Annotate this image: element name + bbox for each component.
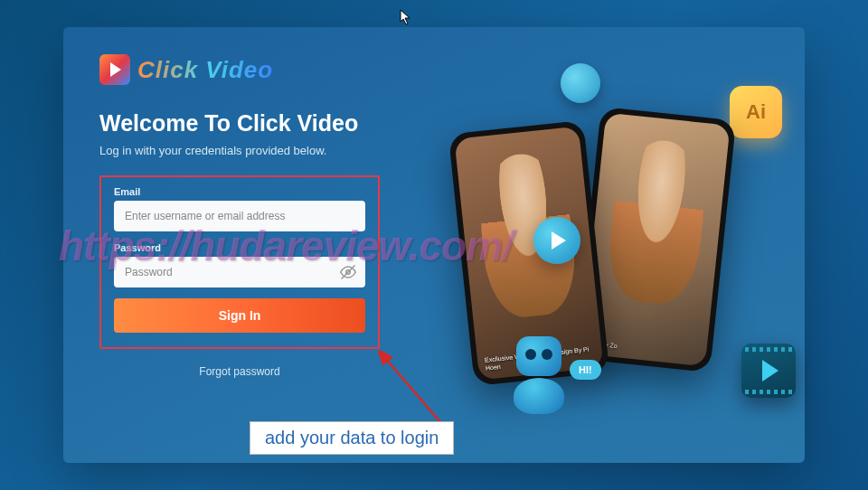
play-logo-icon <box>99 54 130 85</box>
login-form: Email Password Sign In <box>99 175 380 349</box>
svg-line-2 <box>385 358 441 423</box>
eye-off-icon[interactable] <box>340 264 356 280</box>
annotation-callout: add your data to login <box>250 421 454 455</box>
hero-illustration: Ai Ttfit by Zo Excliusive Women Dres Des… <box>434 81 778 407</box>
speaker-icon <box>561 63 600 103</box>
cursor-icon <box>400 9 412 25</box>
robot-icon <box>506 336 571 416</box>
password-label: Password <box>114 242 365 253</box>
signin-button[interactable]: Sign In <box>114 298 365 333</box>
forgot-password-link[interactable]: Forgot password <box>99 365 380 378</box>
annotation-arrow-icon <box>378 351 450 423</box>
logo: Click Video <box>99 54 769 85</box>
hi-bubble: HI! <box>570 360 601 380</box>
person-illustration <box>604 136 711 306</box>
email-label: Email <box>114 186 365 197</box>
email-field[interactable] <box>114 201 365 231</box>
film-play-icon <box>741 344 796 398</box>
logo-text: Click Video <box>137 56 273 84</box>
password-field[interactable] <box>114 257 365 287</box>
ai-badge-icon: Ai <box>730 86 782 138</box>
play-circle-icon <box>533 217 580 264</box>
